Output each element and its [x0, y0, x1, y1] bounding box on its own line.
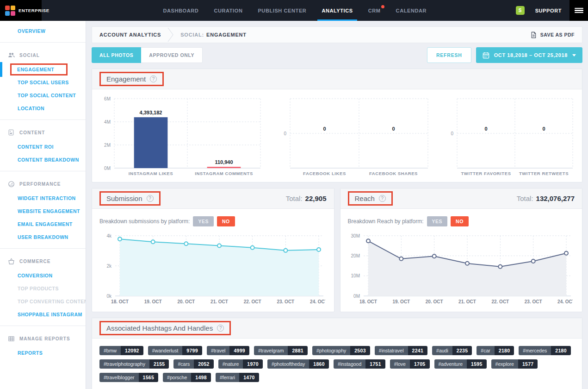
hashtag-chip-love[interactable]: #love1705: [390, 359, 430, 369]
avatar[interactable]: S: [516, 6, 525, 15]
brand[interactable]: ENTERPRISE: [0, 0, 42, 21]
nav-item-analytics[interactable]: ANALYTICS: [322, 0, 353, 21]
sidebar-item-content-roi[interactable]: CONTENT ROI: [0, 140, 86, 153]
menu-button[interactable]: [569, 0, 588, 21]
breakdown-yes-button[interactable]: YES: [193, 216, 214, 226]
nav-item-dashboard[interactable]: DASHBOARD: [163, 0, 198, 21]
svg-text:0: 0: [392, 126, 395, 132]
nav-item-label: ANALYTICS: [322, 8, 353, 13]
sidebar-item-reports[interactable]: REPORTS: [0, 346, 86, 359]
hashtag-chip-travel[interactable]: #travel4999: [207, 346, 249, 355]
save-as-pdf-button[interactable]: SAVE AS PDF: [530, 31, 575, 38]
brand-name: ENTERPRISE: [19, 8, 50, 13]
sidebar-divider: [0, 42, 86, 43]
hashtag-label: #love: [390, 359, 410, 369]
sidebar-sections: SOCIALENGAGEMENTTOP SOCIAL USERSTOP SOCI…: [0, 42, 86, 359]
hashtag-chip-adventure[interactable]: #adventure1595: [434, 359, 487, 369]
nav-item-calendar[interactable]: CALENDAR: [396, 0, 427, 21]
help-icon[interactable]: [379, 195, 386, 202]
hashtag-chip-explore[interactable]: #explore1577: [491, 359, 538, 369]
approved-only-button[interactable]: APPROVED ONLY: [141, 47, 203, 63]
hashtag-label: #travelblogger: [99, 373, 139, 382]
sidebar-item-label: TOP CONVERTING CONTENT: [18, 299, 86, 304]
reach-breakdown-toggle: Breakdown Reach by platform: YES NO: [348, 216, 575, 226]
sidebar-item-overview[interactable]: OVERVIEW: [0, 25, 86, 38]
hashtag-chip-travelblogger[interactable]: #travelblogger1565: [99, 373, 158, 382]
sidebar: OVERVIEW SOCIALENGAGEMENTTOP SOCIAL USER…: [0, 21, 86, 389]
sidebar-item-label: TOP SOCIAL USERS: [18, 80, 69, 85]
help-icon[interactable]: [217, 325, 224, 332]
svg-text:TWITTER FAVORITES: TWITTER FAVORITES: [461, 171, 511, 176]
help-icon[interactable]: [147, 195, 154, 202]
sidebar-item-engagement[interactable]: ENGAGEMENT: [0, 63, 86, 76]
hashtag-label: #travel: [207, 346, 230, 355]
hashtag-label: #cars: [173, 359, 194, 369]
sidebar-item-conversion[interactable]: CONVERSION: [0, 269, 86, 282]
hashtag-chip-car[interactable]: #car2180: [477, 346, 514, 355]
sidebar-item-content-breakdown[interactable]: CONTENT BREAKDOWN: [0, 153, 86, 166]
nav-item-curation[interactable]: CURATION: [214, 0, 242, 21]
date-range-picker[interactable]: OCT 18,2018 – OCT 25,2018: [476, 47, 582, 63]
hashtag-chip-nature[interactable]: #nature1970: [218, 359, 263, 369]
hashtag-chip-travelgram[interactable]: #travelgram2881: [254, 346, 308, 355]
all-photos-button[interactable]: ALL PHOTOS: [92, 47, 141, 63]
hashtag-chip-travelphotography[interactable]: #travelphotography2155: [99, 359, 169, 369]
sidebar-item-website-engagement[interactable]: WEBSITE ENGAGEMENT: [0, 205, 86, 218]
hashtag-chip-audi[interactable]: #audi2235: [432, 346, 472, 355]
svg-text:20. OCT: 20. OCT: [177, 299, 195, 304]
breadcrumb: ACCOUNT ANALYTICS SOCIAL: ENGAGEMENT SAV…: [92, 26, 582, 43]
sidebar-item-location[interactable]: LOCATION: [0, 102, 86, 115]
breadcrumb-page: ENGAGEMENT: [206, 32, 247, 38]
people-icon: [7, 51, 15, 59]
hashtag-chip-mercedes[interactable]: #mercedes2180: [519, 346, 571, 355]
sidebar-item-top-social-users[interactable]: TOP SOCIAL USERS: [0, 76, 86, 89]
sidebar-item-shoppable-instagram[interactable]: SHOPPABLE INSTAGRAM: [0, 308, 86, 321]
sidebar-item-widget-interaction[interactable]: WIDGET INTERACTION: [0, 192, 86, 205]
breakdown-yes-button[interactable]: YES: [427, 216, 448, 226]
sidebar-section-label: COMMERCE: [19, 259, 50, 264]
hashtag-label: #travelphotography: [99, 359, 149, 369]
hashtag-chip-cars[interactable]: #cars2052: [173, 359, 213, 369]
svg-text:0M: 0M: [104, 166, 111, 171]
hashtag-chip-instatravel[interactable]: #instatravel2241: [375, 346, 427, 355]
sidebar-item-label: REPORTS: [18, 350, 43, 356]
hashtag-chip-instagood[interactable]: #instagood1751: [334, 359, 385, 369]
hashtag-chip-wanderlust[interactable]: #wanderlust9799: [148, 346, 202, 355]
sidebar-item-user-breakdown[interactable]: USER BREAKDOWN: [0, 231, 86, 244]
svg-text:22. OCT: 22. OCT: [491, 299, 509, 304]
svg-text:6M: 6M: [104, 96, 111, 101]
hashtag-count: 1470: [239, 373, 259, 382]
sidebar-section-commerce: COMMERCE: [0, 253, 86, 269]
reach-area-chart: 30M20M10M0M18. OCT19. OCT20. OCT21. OCT2…: [348, 232, 575, 309]
sidebar-item-email-engagement[interactable]: EMAIL ENGAGEMENT: [0, 218, 86, 231]
svg-text:0: 0: [284, 131, 286, 136]
hashtag-chip-photooftheday[interactable]: #photooftheday1860: [267, 359, 329, 369]
nav-item-crm[interactable]: CRM: [368, 0, 381, 21]
annotation-box: Associated Hashtags And Handles: [99, 321, 231, 335]
hashtag-chip-ferrari[interactable]: #ferrari1470: [216, 373, 259, 382]
breakdown-no-button[interactable]: NO: [217, 216, 235, 226]
support-link[interactable]: SUPPORT: [535, 8, 562, 13]
panel-title: Engagement: [106, 75, 146, 83]
help-icon[interactable]: [150, 75, 157, 82]
nav-item-label: CALENDAR: [396, 8, 427, 13]
breakdown-label: Breakdown submissions by platform:: [99, 218, 190, 225]
hashtag-chip-porsche[interactable]: #porsche1498: [163, 373, 211, 382]
hashtag-chip-photography[interactable]: #photography2503: [312, 346, 370, 355]
svg-text:20M: 20M: [351, 253, 359, 258]
hashtag-count: 4999: [229, 346, 249, 355]
breakdown-no-button[interactable]: NO: [451, 216, 469, 226]
sidebar-item-label: LOCATION: [18, 106, 44, 111]
active-tab-underline: [317, 19, 357, 21]
hashtag-count: 1565: [139, 373, 159, 382]
breadcrumb-root[interactable]: ACCOUNT ANALYTICS: [99, 32, 161, 38]
hashtag-chip-bmw[interactable]: #bmw12092: [99, 346, 143, 355]
refresh-button[interactable]: REFRESH: [427, 47, 471, 63]
sidebar-section-manage-reports: MANAGE REPORTS: [0, 331, 86, 346]
svg-text:2M: 2M: [104, 143, 111, 148]
sidebar-item-top-social-content[interactable]: TOP SOCIAL CONTENT: [0, 89, 86, 102]
sidebar-divider: [0, 119, 86, 120]
svg-text:21. OCT: 21. OCT: [458, 299, 476, 304]
nav-item-publish-center[interactable]: PUBLISH CENTER: [258, 0, 306, 21]
main-content: ACCOUNT ANALYTICS SOCIAL: ENGAGEMENT SAV…: [86, 21, 588, 389]
